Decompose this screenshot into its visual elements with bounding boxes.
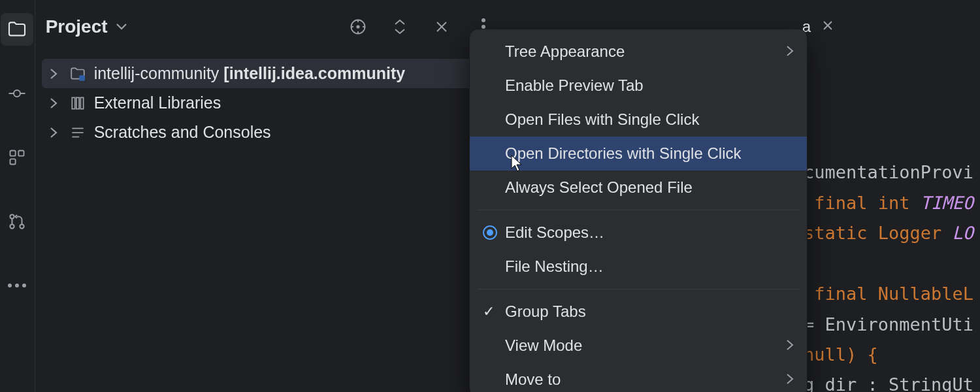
tree-row-external-libraries[interactable]: External Libraries <box>42 88 499 118</box>
menu-item-enable-preview-tab[interactable]: Enable Preview Tab <box>470 69 807 103</box>
menu-item-label: Move to <box>505 370 561 389</box>
svg-rect-25 <box>76 97 78 108</box>
chevron-right-icon <box>786 336 794 355</box>
chevron-right-icon[interactable] <box>46 97 61 109</box>
menu-separator <box>478 210 799 210</box>
chevron-right-icon[interactable] <box>46 68 61 80</box>
svg-point-11 <box>22 284 26 287</box>
menu-separator <box>478 289 799 289</box>
chevron-right-icon <box>786 42 794 61</box>
scratches-icon <box>68 124 88 141</box>
menu-item-group-tabs[interactable]: ✓ Group Tabs <box>470 295 807 329</box>
tool-pullrequest-icon[interactable] <box>1 205 33 238</box>
svg-point-0 <box>14 90 20 97</box>
project-folder-icon <box>68 65 88 82</box>
menu-item-label: Always Select Opened File <box>505 178 693 197</box>
menu-item-label: Group Tabs <box>505 302 586 321</box>
menu-item-always-select-opened-file[interactable]: Always Select Opened File <box>470 171 807 204</box>
svg-rect-23 <box>79 75 85 81</box>
project-tree[interactable]: intellij-community [intellij.idea.commun… <box>35 54 506 152</box>
svg-rect-3 <box>10 151 16 156</box>
close-icon[interactable] <box>821 18 834 36</box>
menu-item-edit-scopes[interactable]: Edit Scopes… <box>470 216 807 250</box>
svg-rect-24 <box>72 97 74 108</box>
library-icon <box>68 95 88 112</box>
svg-rect-4 <box>19 151 24 156</box>
radio-icon <box>483 225 497 240</box>
panel-title-label: Project <box>46 16 108 37</box>
tree-label: Scratches and Consoles <box>94 123 271 142</box>
panel-title[interactable]: Project <box>46 16 127 37</box>
menu-item-label: View Mode <box>505 336 582 355</box>
menu-item-file-nesting[interactable]: File Nesting… <box>470 250 807 284</box>
collapse-all-button[interactable] <box>430 15 453 39</box>
menu-item-move-to[interactable]: Move to <box>470 363 807 392</box>
check-icon: ✓ <box>483 303 495 320</box>
menu-item-tree-appearance[interactable]: Tree Appearance <box>470 35 807 69</box>
tree-row-scratches[interactable]: Scratches and Consoles <box>42 118 499 147</box>
menu-item-label: Tree Appearance <box>505 42 625 61</box>
chevron-right-icon <box>786 370 794 389</box>
tool-structure-icon[interactable] <box>1 141 33 174</box>
tool-folder-icon[interactable] <box>1 13 33 46</box>
menu-item-label: Edit Scopes… <box>505 223 604 242</box>
tool-more-icon[interactable] <box>1 269 33 302</box>
menu-item-label: Enable Preview Tab <box>505 76 644 95</box>
menu-item-open-directories-single-click[interactable]: Open Directories with Single Click <box>470 137 807 171</box>
chevron-right-icon[interactable] <box>46 127 61 139</box>
menu-item-view-mode[interactable]: View Mode <box>470 329 807 363</box>
svg-point-6 <box>10 214 14 218</box>
svg-point-20 <box>482 18 485 22</box>
menu-item-label: Open Directories with Single Click <box>505 144 741 163</box>
svg-point-10 <box>15 284 19 287</box>
tree-row-project[interactable]: intellij-community [intellij.idea.commun… <box>42 59 499 88</box>
svg-rect-5 <box>10 159 16 164</box>
chevron-down-icon <box>116 23 127 31</box>
tree-label: intellij-community [intellij.idea.commun… <box>94 64 405 83</box>
svg-point-13 <box>357 25 359 27</box>
select-opened-file-button[interactable] <box>346 15 370 39</box>
svg-rect-26 <box>80 97 83 108</box>
panel-header: Project <box>35 0 506 54</box>
tree-label: External Libraries <box>94 93 221 112</box>
svg-point-8 <box>20 224 24 228</box>
expand-all-button[interactable] <box>388 15 412 39</box>
tool-window-strip <box>0 0 35 392</box>
svg-point-9 <box>8 284 12 287</box>
menu-item-label: Open Files with Single Click <box>505 110 699 129</box>
menu-item-open-files-single-click[interactable]: Open Files with Single Click <box>470 103 807 137</box>
panel-options-menu[interactable]: Tree Appearance Enable Preview Tab Open … <box>469 29 808 392</box>
svg-point-7 <box>10 224 14 228</box>
menu-item-label: File Nesting… <box>505 257 604 276</box>
project-panel: Project <box>35 0 506 392</box>
tool-commit-icon[interactable] <box>1 77 33 110</box>
